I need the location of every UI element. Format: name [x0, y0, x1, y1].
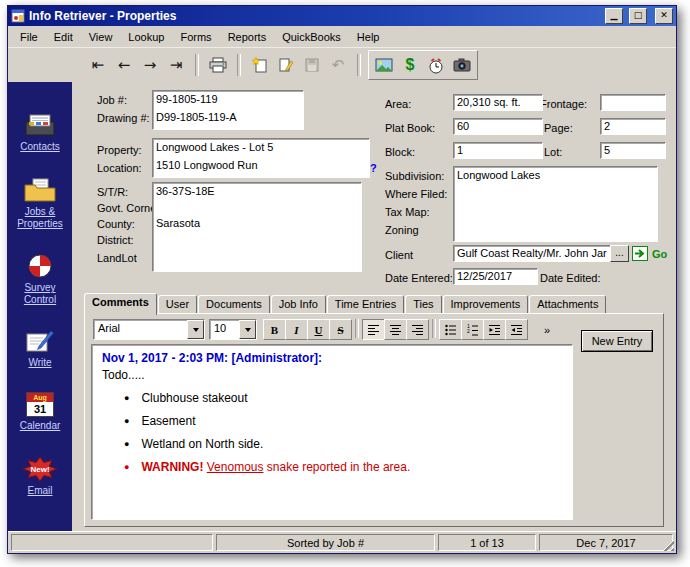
lot-field[interactable]: 5 — [600, 142, 666, 159]
more-tools-button[interactable]: » — [537, 319, 557, 340]
menu-reports[interactable]: Reports — [220, 29, 275, 45]
drawing-number-field[interactable]: D99-1805-119-A — [156, 111, 237, 124]
camera-icon[interactable] — [450, 52, 474, 78]
strikethrough-button[interactable]: S — [329, 319, 352, 340]
numbered-list-button[interactable]: 12 — [461, 319, 484, 340]
editor-separator — [355, 319, 359, 338]
minimize-button[interactable]: ▁ — [605, 8, 623, 24]
drawing-number-label: Drawing #: — [97, 112, 150, 124]
job-drawing-group: 99-1805-119 D99-1805-119-A — [152, 90, 304, 130]
print-icon[interactable] — [206, 52, 230, 78]
client-go-arrow-icon[interactable] — [632, 246, 648, 261]
properties-form: Job #: Drawing #: Property: Location: S/… — [72, 82, 676, 531]
client-browse-button[interactable]: ... — [610, 245, 629, 262]
bold-glyph: B — [271, 324, 278, 336]
tab-attachments[interactable]: Attachments — [529, 295, 606, 314]
photo-icon[interactable] — [372, 52, 396, 78]
sidebar-item-jobs-properties[interactable]: Jobs & Properties — [9, 177, 71, 229]
location-help-link[interactable]: ? — [370, 162, 377, 174]
subdivision-group: Longwood Lakes — [453, 166, 658, 242]
str-label: S/T/R: — [97, 186, 128, 198]
new-document-icon[interactable] — [248, 52, 272, 78]
align-right-button[interactable] — [406, 319, 429, 340]
county-field[interactable]: Sarasota — [156, 217, 200, 230]
where-filed-label: Where Filed: — [385, 188, 447, 200]
tab-job-info[interactable]: Job Info — [271, 295, 326, 314]
menu-forms[interactable]: Forms — [172, 29, 219, 45]
last-record-button[interactable]: ⇥ — [164, 52, 188, 78]
billing-dollar-icon[interactable]: $ — [398, 52, 422, 78]
entry-header: Nov 1, 2017 - 2:03 PM: [Administrator]: — [102, 351, 562, 365]
block-field[interactable]: 1 — [453, 142, 543, 159]
italic-button[interactable]: I — [285, 319, 308, 340]
client-field[interactable]: Gulf Coast Realty/Mr. John Jar — [453, 245, 614, 262]
menu-help[interactable]: Help — [349, 29, 388, 45]
frontage-label: Frontage: — [540, 98, 587, 110]
align-left-button[interactable] — [362, 319, 385, 340]
location-field[interactable]: 1510 Longwood Run — [156, 159, 258, 172]
job-number-field[interactable]: 99-1805-119 — [156, 93, 218, 106]
new-entry-button[interactable]: New Entry — [581, 330, 653, 352]
frontage-field[interactable] — [600, 94, 666, 111]
maximize-button[interactable]: □ — [629, 8, 647, 24]
italic-glyph: I — [294, 324, 298, 336]
plat-book-label: Plat Book: — [385, 122, 435, 134]
font-family-select[interactable]: Arial — [93, 319, 205, 340]
sidebar-item-survey-control[interactable]: Survey Control — [9, 253, 71, 305]
time-clock-icon[interactable] — [424, 52, 448, 78]
contacts-icon — [23, 112, 57, 138]
menu-quickbooks[interactable]: QuickBooks — [274, 29, 349, 45]
edit-document-icon[interactable] — [274, 52, 298, 78]
undo-icon[interactable]: ↶ — [326, 52, 350, 78]
status-panel-empty — [11, 534, 213, 551]
align-center-button[interactable] — [384, 319, 407, 340]
increase-indent-button[interactable] — [505, 319, 528, 340]
save-icon[interactable] — [300, 52, 324, 78]
bold-button[interactable]: B — [263, 319, 286, 340]
list-item: Clubhouse stakeout — [124, 391, 562, 405]
menu-file[interactable]: File — [12, 29, 46, 45]
str-field[interactable]: 36-37S-18E — [156, 185, 215, 198]
bullet-list-button[interactable] — [439, 319, 462, 340]
tab-time-entries[interactable]: Time Entries — [327, 295, 404, 314]
tab-user[interactable]: User — [158, 295, 197, 314]
area-field[interactable]: 20,310 sq. ft. — [453, 94, 543, 111]
window-body: Contacts Jobs & Properties Survey Contro… — [8, 82, 676, 531]
tab-ties[interactable]: Ties — [405, 295, 441, 314]
next-record-button[interactable]: → — [138, 52, 162, 78]
sidebar-item-email[interactable]: New! Email — [9, 456, 71, 497]
warning-underline: Venomous — [207, 460, 264, 474]
strikethrough-glyph: S — [337, 324, 343, 336]
comment-editor[interactable]: Nov 1, 2017 - 2:03 PM: [Administrator]: … — [91, 344, 573, 520]
email-icon: New! — [22, 456, 58, 482]
plat-book-field[interactable]: 60 — [453, 118, 543, 135]
sidebar-item-calendar[interactable]: Aug 31 Calendar — [9, 392, 71, 432]
client-go-label[interactable]: Go — [652, 248, 667, 260]
menu-lookup[interactable]: Lookup — [120, 29, 172, 45]
page-field[interactable]: 2 — [600, 118, 666, 135]
subdivision-label: Subdivision: — [385, 170, 444, 182]
chevron-down-icon — [239, 320, 256, 339]
decrease-indent-button[interactable] — [483, 319, 506, 340]
close-button[interactable]: ✕ — [655, 8, 673, 24]
underline-button[interactable]: U — [307, 319, 330, 340]
date-entered-field[interactable]: 12/25/2017 — [453, 268, 538, 285]
warning-item: WARNING! Venomous snake reported in the … — [124, 460, 562, 474]
property-field[interactable]: Longwood Lakes - Lot 5 — [156, 141, 273, 154]
tab-improvements[interactable]: Improvements — [443, 295, 529, 314]
survey-control-icon — [27, 253, 53, 279]
subdivision-field[interactable]: Longwood Lakes — [457, 169, 540, 182]
jobs-properties-icon — [23, 177, 57, 203]
menu-view[interactable]: View — [81, 29, 121, 45]
previous-record-button[interactable]: ← — [112, 52, 136, 78]
tab-documents[interactable]: Documents — [198, 295, 270, 314]
tab-comments[interactable]: Comments — [84, 293, 157, 315]
font-size-select[interactable]: 10 — [209, 319, 257, 340]
menu-edit[interactable]: Edit — [46, 29, 81, 45]
sidebar-item-write[interactable]: Write — [9, 330, 71, 369]
str-county-group: 36-37S-18E Sarasota — [152, 182, 362, 272]
first-record-button[interactable]: ⇤ — [86, 52, 110, 78]
toolbar-separator — [357, 54, 361, 76]
sidebar-item-contacts[interactable]: Contacts — [9, 112, 71, 153]
editor-separator — [432, 319, 436, 338]
